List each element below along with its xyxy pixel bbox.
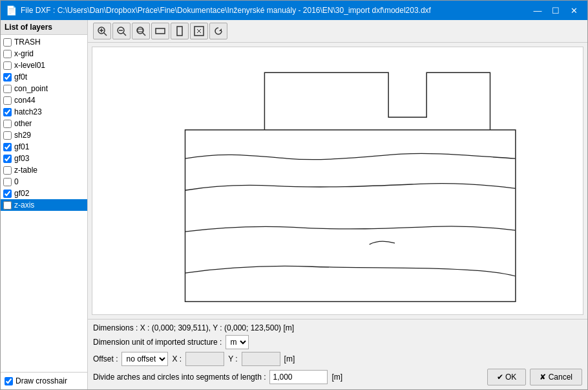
app-icon: 📄 — [6, 5, 17, 16]
layer-item[interactable]: gf0t — [1, 71, 87, 83]
layer-item[interactable]: x-grid — [1, 48, 87, 60]
layer-name: sh29 — [14, 131, 31, 140]
layer-name: gf02 — [14, 189, 29, 198]
crosshair-label: Draw crosshair — [16, 376, 67, 385]
layer-checkbox[interactable] — [3, 143, 12, 151]
title-bar: 📄 File DXF : C:\Users\Dan\Dropbox\Práce\… — [1, 1, 587, 20]
main-window: 📄 File DXF : C:\Users\Dan\Dropbox\Práce\… — [0, 0, 588, 390]
layer-checkbox[interactable] — [3, 38, 12, 47]
zoom-window-button[interactable] — [132, 23, 150, 39]
layer-checkbox[interactable] — [3, 96, 12, 105]
unit-label: [m] — [284, 354, 295, 363]
fit-all-button[interactable] — [190, 23, 208, 39]
layer-checkbox[interactable] — [3, 108, 12, 116]
canvas-area — [92, 47, 583, 315]
svg-marker-15 — [219, 28, 222, 31]
layer-checkbox[interactable] — [3, 50, 12, 58]
svg-line-5 — [123, 33, 126, 36]
close-button[interactable]: ✕ — [565, 3, 582, 17]
layer-name: x-level01 — [14, 61, 45, 70]
layer-checkbox[interactable] — [3, 85, 12, 93]
layer-name: 0 — [14, 177, 19, 186]
dimension-unit-select[interactable]: m — [226, 335, 249, 349]
zoom-out-button[interactable] — [112, 23, 131, 39]
toolbar — [88, 20, 587, 43]
minimize-button[interactable]: — — [529, 3, 546, 17]
layer-item[interactable]: TRASH — [1, 36, 87, 48]
segments-input[interactable] — [269, 370, 328, 384]
dxf-canvas — [92, 47, 583, 314]
layer-item[interactable]: gf01 — [1, 141, 87, 153]
content-area: List of layers TRASHx-gridx-level01gf0tc… — [1, 20, 587, 389]
layer-checkbox[interactable] — [3, 61, 12, 70]
maximize-button[interactable]: ☐ — [547, 3, 564, 17]
layer-name: gf01 — [14, 142, 29, 151]
right-panel: Dimensions : X : (0,000; 309,511), Y : (… — [88, 20, 587, 389]
layer-item[interactable]: z-axis — [1, 199, 87, 211]
crosshair-checkbox[interactable] — [5, 377, 13, 385]
layer-item[interactable]: con_point — [1, 83, 87, 94]
dimension-unit-label: Dimension unit of imported structure : — [93, 338, 222, 347]
cancel-button[interactable]: ✘ Cancel — [530, 369, 582, 385]
fit-height-button[interactable] — [171, 23, 189, 39]
layer-name: gf0t — [14, 72, 27, 81]
layer-checkbox[interactable] — [3, 190, 12, 198]
title-bar-left: 📄 File DXF : C:\Users\Dan\Dropbox\Práce\… — [6, 5, 431, 16]
layer-name: other — [14, 119, 32, 128]
title-bar-controls: — ☐ ✕ — [529, 3, 582, 17]
layer-checkbox[interactable] — [3, 131, 12, 140]
offset-row: Offset : no offset X : Y : [m] — [93, 352, 582, 366]
svg-line-1 — [104, 33, 107, 36]
action-row: Divide arches and circles into segments … — [93, 369, 582, 385]
x-label: X : — [172, 354, 182, 363]
layer-name: x-grid — [14, 49, 34, 58]
crosshair-row: Draw crosshair — [1, 372, 87, 389]
ok-button[interactable]: ✔ OK — [487, 369, 527, 385]
layer-name: hatch23 — [14, 107, 42, 116]
layer-name: con44 — [14, 96, 36, 105]
layer-list[interactable]: TRASHx-gridx-level01gf0tcon_pointcon44ha… — [1, 35, 87, 372]
window-title: File DXF : C:\Users\Dan\Dropbox\Práce\Fi… — [21, 6, 431, 15]
layer-item[interactable]: hatch23 — [1, 106, 87, 118]
zoom-in-button[interactable] — [93, 23, 111, 39]
layer-name: z-table — [14, 166, 37, 175]
layer-checkbox[interactable] — [3, 178, 12, 186]
layer-checkbox[interactable] — [3, 166, 12, 175]
layer-name: TRASH — [14, 38, 41, 47]
layer-checkbox[interactable] — [3, 73, 12, 81]
y-input[interactable] — [242, 352, 280, 366]
svg-rect-11 — [177, 27, 182, 36]
layer-checkbox[interactable] — [3, 201, 12, 210]
layer-checkbox[interactable] — [3, 155, 12, 163]
layer-checkbox[interactable] — [3, 120, 12, 128]
layer-item[interactable]: gf03 — [1, 153, 87, 164]
svg-line-8 — [143, 33, 145, 36]
x-input[interactable] — [185, 352, 224, 366]
offset-label: Offset : — [93, 354, 118, 363]
panel-header: List of layers — [1, 20, 87, 35]
dimension-unit-row: Dimension unit of imported structure : m — [93, 335, 582, 349]
layer-item[interactable]: gf02 — [1, 188, 87, 199]
left-panel: List of layers TRASHx-gridx-level01gf0tc… — [1, 20, 88, 389]
dimensions-label: Dimensions : X : (0,000; 309,511), Y : (… — [93, 323, 294, 332]
segments-unit: [m] — [331, 373, 342, 382]
fit-width-button[interactable] — [151, 23, 169, 39]
layer-name: con_point — [14, 84, 48, 93]
layer-item[interactable]: other — [1, 118, 87, 129]
svg-rect-10 — [156, 28, 165, 34]
layer-item[interactable]: 0 — [1, 176, 87, 188]
layer-item[interactable]: sh29 — [1, 129, 87, 141]
dimensions-row: Dimensions : X : (0,000; 309,511), Y : (… — [93, 323, 582, 332]
layer-item[interactable]: x-level01 — [1, 60, 87, 71]
segments-label: Divide arches and circles into segments … — [93, 373, 266, 382]
reset-view-button[interactable] — [209, 23, 227, 39]
offset-select[interactable]: no offset — [121, 352, 168, 366]
bottom-panel: Dimensions : X : (0,000; 309,511), Y : (… — [88, 319, 587, 389]
y-label: Y : — [228, 354, 237, 363]
layer-name: z-axis — [14, 200, 34, 210]
svg-rect-9 — [138, 29, 143, 32]
layer-name: gf03 — [14, 154, 29, 163]
layer-item[interactable]: con44 — [1, 94, 87, 106]
layer-item[interactable]: z-table — [1, 164, 87, 176]
